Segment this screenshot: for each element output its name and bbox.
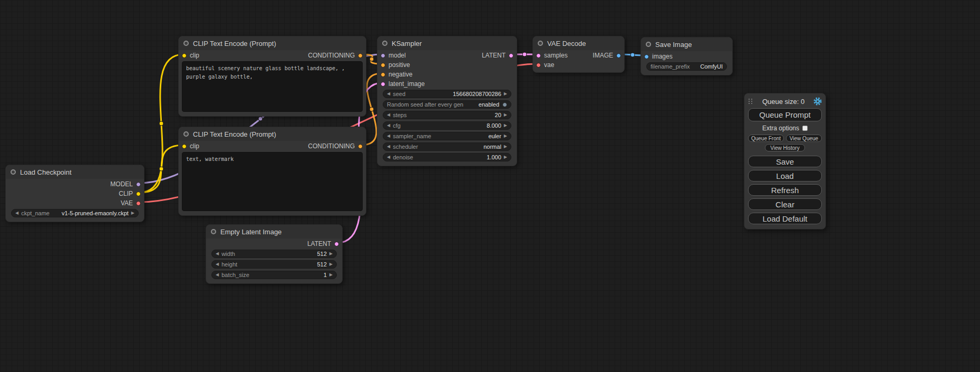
widget-denoise[interactable]: denoise 1.000: [383, 153, 511, 161]
decrement-arrow-icon[interactable]: [387, 113, 390, 117]
positive-prompt-textarea[interactable]: beautiful scenery nature glass bottle la…: [182, 61, 363, 112]
port-dot-clip[interactable]: [182, 53, 187, 58]
decrement-arrow-icon[interactable]: [387, 123, 390, 128]
collapse-dot[interactable]: [11, 169, 16, 175]
input-port-vae[interactable]: vae: [533, 60, 554, 70]
increment-arrow-icon[interactable]: [504, 145, 507, 149]
input-port-clip[interactable]: clip: [179, 51, 199, 60]
extra-options-checkbox[interactable]: [802, 126, 808, 131]
negative-prompt-textarea[interactable]: text, watermark: [182, 152, 363, 211]
decrement-arrow-icon[interactable]: [216, 252, 219, 256]
widget-batch-size[interactable]: batch_size 1: [211, 271, 337, 279]
refresh-button[interactable]: Refresh: [748, 184, 822, 196]
output-port-latent[interactable]: LATENT: [482, 51, 517, 60]
port-dot-latent[interactable]: [334, 242, 339, 246]
input-port-positive[interactable]: positive: [377, 60, 425, 70]
collapse-dot[interactable]: [646, 42, 651, 47]
input-port-negative[interactable]: negative: [377, 70, 425, 79]
widget-steps[interactable]: steps 20: [383, 111, 511, 119]
increment-arrow-icon[interactable]: [504, 113, 507, 117]
node-clip-text-encode-negative[interactable]: CLIP Text Encode (Prompt) clip CONDITION…: [178, 127, 366, 216]
port-dot-conditioning[interactable]: [381, 72, 385, 77]
save-button[interactable]: Save: [748, 156, 822, 167]
widget-ckpt-name[interactable]: ckpt_name v1-5-pruned-emaonly.ckpt: [11, 209, 139, 217]
port-dot-model[interactable]: [136, 182, 141, 187]
settings-gear-icon[interactable]: [813, 97, 822, 106]
port-dot-conditioning[interactable]: [381, 63, 385, 68]
view-history-button[interactable]: View History: [765, 144, 805, 151]
collapse-dot[interactable]: [211, 229, 216, 234]
output-port-model[interactable]: MODEL: [110, 179, 144, 189]
decrement-arrow-icon[interactable]: [387, 92, 390, 96]
node-ksampler[interactable]: KSampler model positive negative lat: [377, 36, 517, 166]
queue-prompt-button[interactable]: Queue Prompt: [748, 108, 822, 121]
queue-front-button[interactable]: Queue Front: [748, 135, 784, 142]
increment-arrow-icon[interactable]: [131, 211, 134, 215]
increment-arrow-icon[interactable]: [504, 123, 507, 128]
decrement-arrow-icon[interactable]: [216, 273, 219, 277]
widget-width[interactable]: width 512: [211, 250, 337, 258]
port-dot-latent[interactable]: [509, 53, 513, 58]
output-port-conditioning[interactable]: CONDITIONING: [308, 51, 366, 60]
toggle-indicator-icon[interactable]: [502, 102, 507, 107]
port-dot-conditioning[interactable]: [358, 144, 363, 149]
increment-arrow-icon[interactable]: [504, 155, 507, 159]
decrement-arrow-icon[interactable]: [387, 145, 390, 149]
widget-filename-prefix[interactable]: filename_prefix ComfyUI: [646, 62, 727, 71]
drag-handle-icon[interactable]: [748, 98, 753, 105]
widget-sampler-name[interactable]: sampler_name euler: [383, 132, 511, 140]
output-port-conditioning[interactable]: CONDITIONING: [308, 141, 366, 151]
output-port-image[interactable]: IMAGE: [593, 51, 624, 60]
node-header[interactable]: KSampler: [377, 36, 517, 50]
increment-arrow-icon[interactable]: [504, 134, 507, 138]
collapse-dot[interactable]: [183, 131, 189, 137]
widget-random-seed-toggle[interactable]: Random seed after every gen enabled: [383, 100, 511, 109]
collapse-dot[interactable]: [382, 41, 387, 46]
input-port-images[interactable]: images: [641, 52, 673, 61]
collapse-dot[interactable]: [538, 41, 543, 46]
decrement-arrow-icon[interactable]: [216, 262, 219, 266]
node-load-checkpoint[interactable]: Load Checkpoint MODEL CLIP VAE: [5, 165, 144, 222]
widget-height[interactable]: height 512: [211, 260, 337, 269]
increment-arrow-icon[interactable]: [504, 92, 507, 96]
widget-scheduler[interactable]: scheduler normal: [383, 142, 511, 151]
port-dot-vae[interactable]: [536, 63, 541, 68]
node-graph-canvas[interactable]: Load Checkpoint MODEL CLIP VAE: [0, 0, 980, 372]
node-header[interactable]: VAE Decode: [533, 36, 624, 50]
port-dot-image[interactable]: [616, 53, 621, 58]
decrement-arrow-icon[interactable]: [387, 134, 390, 138]
node-header[interactable]: CLIP Text Encode (Prompt): [179, 127, 366, 141]
port-dot-latent[interactable]: [381, 82, 385, 87]
output-port-clip[interactable]: CLIP: [119, 189, 144, 198]
node-vae-decode[interactable]: VAE Decode samples IMAGE vae: [532, 36, 625, 73]
port-dot-clip[interactable]: [182, 144, 187, 149]
node-empty-latent-image[interactable]: Empty Latent Image LATENT width 512 heig…: [206, 224, 343, 284]
node-header[interactable]: Empty Latent Image: [206, 225, 342, 239]
port-dot-vae[interactable]: [136, 201, 141, 206]
node-header[interactable]: Load Checkpoint: [6, 165, 144, 179]
load-default-button[interactable]: Load Default: [748, 213, 822, 224]
increment-arrow-icon[interactable]: [329, 262, 333, 266]
collapse-dot[interactable]: [183, 41, 189, 46]
decrement-arrow-icon[interactable]: [387, 155, 390, 159]
node-save-image[interactable]: Save Image images filename_prefix ComfyU…: [641, 37, 733, 75]
port-dot-clip[interactable]: [136, 192, 141, 196]
increment-arrow-icon[interactable]: [329, 273, 333, 277]
port-dot-latent[interactable]: [536, 53, 541, 58]
increment-arrow-icon[interactable]: [329, 252, 333, 256]
input-port-samples[interactable]: samples: [533, 51, 568, 60]
decrement-arrow-icon[interactable]: [15, 211, 18, 215]
input-port-clip[interactable]: clip: [179, 141, 199, 151]
view-queue-button[interactable]: View Queue: [786, 135, 822, 142]
node-header[interactable]: Save Image: [641, 37, 732, 51]
widget-cfg[interactable]: cfg 8.000: [383, 121, 511, 130]
clear-button[interactable]: Clear: [748, 198, 822, 210]
output-port-vae[interactable]: VAE: [121, 198, 144, 208]
port-dot-image[interactable]: [644, 54, 649, 59]
node-clip-text-encode-positive[interactable]: CLIP Text Encode (Prompt) clip CONDITION…: [178, 36, 366, 117]
input-port-model[interactable]: model: [377, 51, 425, 60]
load-button[interactable]: Load: [748, 170, 822, 182]
output-port-latent[interactable]: LATENT: [307, 239, 342, 249]
port-dot-conditioning[interactable]: [358, 53, 363, 58]
widget-seed[interactable]: seed 156680208700286: [383, 90, 511, 98]
